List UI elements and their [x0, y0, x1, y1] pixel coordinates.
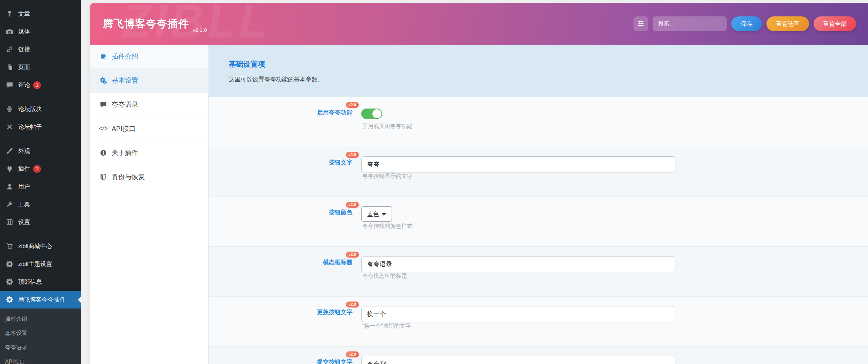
nav-item-label: 夸夸语录 — [112, 100, 138, 109]
enable-kuakua-toggle[interactable] — [361, 109, 382, 119]
plugin-nav: 插件介绍基本设置夸夸语录</>API接口关于插件备份与恢复 — [90, 45, 209, 364]
wp-admin-submenu: 插件介绍基本设置夸夸语录API接口 — [0, 309, 81, 364]
field-description: 夸夸按钮的颜色样式 — [362, 223, 413, 230]
field-label: 按钮颜色 — [209, 208, 353, 216]
sidebar-item-label: 链接 — [18, 45, 30, 53]
save-button[interactable]: 保存 — [731, 16, 762, 31]
reset-section-button[interactable]: 重置选区 — [766, 16, 809, 31]
section-title: 基础设置项 — [229, 59, 868, 69]
nav-item-basic-settings[interactable]: 基本设置 — [90, 69, 208, 93]
nav-item-label: 插件介绍 — [112, 52, 138, 61]
comment-icon — [99, 101, 107, 108]
nav-item-about[interactable]: 关于插件 — [90, 141, 208, 165]
plugin-header: ZIBLL 腾飞博客夸夸插件 v2.1.0 保存 重置选区 重置全部 — [90, 3, 868, 45]
gear-icon — [6, 278, 13, 286]
sidebar-item-label: 论坛帖子 — [18, 123, 42, 131]
sidebar-item-5[interactable]: 论坛版块 — [0, 100, 81, 118]
version-badge: v2.0 — [346, 202, 359, 208]
version-badge: v2.0 — [346, 152, 359, 158]
sidebar-item-7[interactable]: 外观 — [0, 142, 81, 160]
sidebar-item-2[interactable]: 链接 — [0, 40, 81, 58]
field-label: 更换按钮文字 — [209, 308, 353, 316]
version-badge: v2.0 — [346, 351, 359, 357]
version-badge: v2.0 — [346, 102, 359, 108]
layers-icon — [6, 105, 13, 113]
field-row-submit-button-text: v2.0提交按钮文字 — [209, 347, 868, 364]
sidebar-subitem-3[interactable]: API接口 — [0, 355, 81, 364]
sidebar-item-12[interactable]: zibll商城中心 — [0, 237, 81, 255]
sidebar-item-label: 页面 — [18, 63, 30, 71]
count-badge: 1 — [33, 81, 41, 89]
sidebar-subitem-0[interactable]: 插件介绍 — [0, 312, 81, 326]
brush-icon — [6, 147, 13, 155]
cart-icon — [6, 243, 13, 250]
code-icon: </> — [99, 126, 107, 132]
button-text-input[interactable] — [361, 156, 675, 172]
sidebar-item-label: 评论 — [18, 81, 30, 89]
sidebar-item-10[interactable]: 工具 — [0, 195, 81, 213]
version-badge: v2.0 — [346, 252, 359, 258]
user-icon — [6, 183, 13, 191]
sidebar-item-15[interactable]: 腾飞博客夸夸插件 — [0, 291, 81, 309]
sidebar-item-label: 设置 — [18, 218, 30, 226]
button-color-select[interactable]: 蓝色 — [361, 206, 392, 222]
sidebar-item-11[interactable]: 设置 — [0, 213, 81, 231]
pages-icon — [6, 64, 13, 71]
field-row-enable-kuakua: v2.0启用夸夸功能开启或关闭夸夸功能 — [209, 97, 868, 147]
field-label: 模态框标题 — [209, 258, 353, 266]
active-arrow-icon — [78, 297, 81, 303]
nav-item-label: 备份与恢复 — [112, 172, 145, 181]
sidebar-item-14[interactable]: 顶部信息 — [0, 273, 81, 291]
wrench-icon — [6, 201, 13, 208]
info-icon — [99, 149, 107, 156]
wp-admin-sidebar: 文章媒体链接页面评论1论坛版块论坛帖子外观插件1用户工具设置zibll商城中心z… — [0, 0, 81, 364]
search-input[interactable] — [653, 16, 727, 31]
sidebar-item-9[interactable]: 用户 — [0, 178, 81, 195]
chevron-down-icon — [382, 213, 386, 216]
sidebar-subitem-2[interactable]: 夸夸语录 — [0, 341, 81, 355]
toggle-knob — [372, 109, 381, 118]
submit-button-text-input[interactable] — [361, 356, 675, 364]
sidebar-item-label: 腾飞博客夸夸插件 — [18, 296, 66, 304]
nav-item-api[interactable]: </>API接口 — [90, 117, 208, 141]
nav-item-label: 关于插件 — [112, 148, 138, 157]
reset-all-button[interactable]: 重置全部 — [814, 16, 856, 31]
field-label: 启用夸夸功能 — [209, 109, 353, 117]
link-icon — [6, 46, 13, 53]
section-description: 这里可以设置夸夸功能的基本参数。 — [229, 75, 868, 83]
menu-fold-button[interactable] — [633, 16, 648, 31]
sidebar-item-3[interactable]: 页面 — [0, 58, 81, 76]
sidebar-item-label: 论坛版块 — [18, 105, 42, 113]
sidebar-item-8[interactable]: 插件1 — [0, 160, 81, 178]
sidebar-subitem-1[interactable]: 基本设置 — [0, 326, 81, 341]
sidebar-item-label: 媒体 — [18, 28, 30, 36]
gear-icon — [6, 296, 13, 304]
field-row-button-text: v2.0按钮文字夸夸按钮显示的文字 — [209, 147, 868, 197]
sidebar-item-label: 文章 — [18, 10, 30, 18]
nav-item-quotes[interactable]: 夸夸语录 — [90, 93, 208, 117]
page-title: 腾飞博客夸夸插件 — [103, 17, 189, 31]
sidebar-item-0[interactable]: 文章 — [0, 5, 81, 23]
sliders-icon — [6, 218, 13, 226]
settings-form: v2.0启用夸夸功能开启或关闭夸夸功能v2.0按钮文字夸夸按钮显示的文字v2.0… — [209, 97, 868, 364]
settings-content: 基础设置项 这里可以设置夸夸功能的基本参数。 v2.0启用夸夸功能开启或关闭夸夸… — [209, 45, 868, 364]
field-label: 提交按钮文字 — [209, 358, 353, 364]
change-button-text-input[interactable] — [361, 306, 675, 322]
nav-item-intro[interactable]: 插件介绍 — [90, 45, 208, 69]
field-description: 夸夸按钮显示的文字 — [362, 173, 413, 180]
pushpin-icon — [6, 10, 13, 18]
section-header: 基础设置项 这里可以设置夸夸功能的基本参数。 — [209, 45, 868, 97]
sidebar-item-6[interactable]: 论坛帖子 — [0, 118, 81, 136]
nav-item-label: API接口 — [112, 124, 136, 133]
plugin-icon — [6, 165, 13, 173]
sidebar-item-1[interactable]: 媒体 — [0, 23, 81, 40]
nav-item-backup[interactable]: 备份与恢复 — [90, 165, 208, 189]
shield-icon — [99, 173, 107, 180]
nav-item-label: 基本设置 — [112, 76, 138, 85]
sidebar-item-4[interactable]: 评论1 — [0, 76, 81, 94]
gear-icon — [6, 260, 13, 268]
modal-title-input[interactable] — [361, 256, 675, 272]
field-row-modal-title: v2.0模态框标题夸夸模态框的标题 — [209, 247, 868, 297]
wp-admin-menu: 文章媒体链接页面评论1论坛版块论坛帖子外观插件1用户工具设置zibll商城中心z… — [0, 0, 81, 309]
sidebar-item-13[interactable]: zibll主题设置 — [0, 255, 81, 273]
